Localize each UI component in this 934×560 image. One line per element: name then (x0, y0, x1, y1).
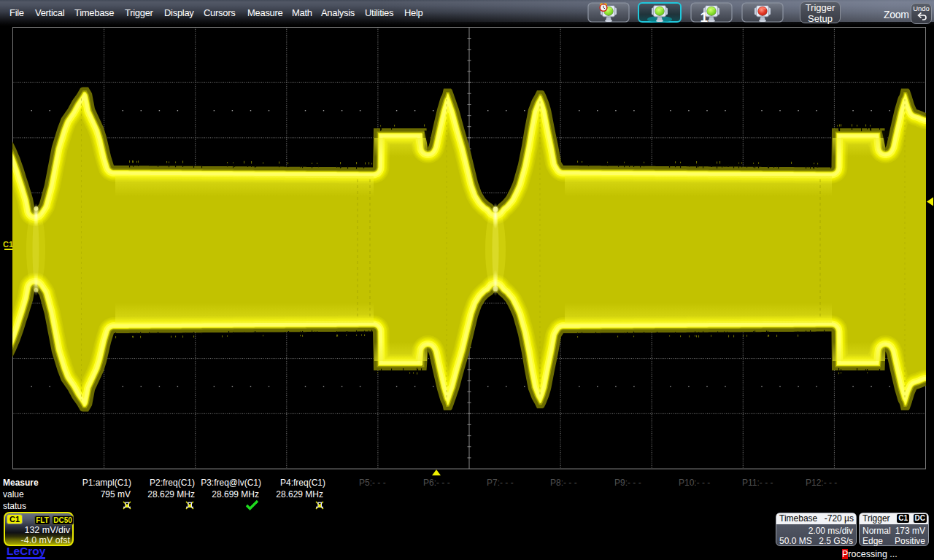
svg-text:C1: C1 (3, 240, 13, 249)
